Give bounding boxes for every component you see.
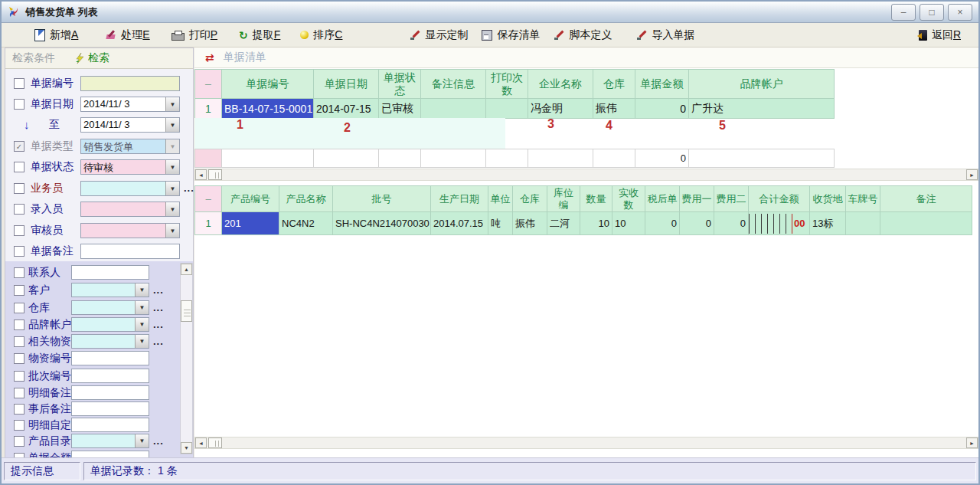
entry-clerk-select[interactable]: ▼: [80, 202, 180, 217]
detail-table-row[interactable]: 1 201 NC4N2 SH-NC4N214070030 2014.07.15 …: [195, 212, 972, 235]
col-header-doc-date[interactable]: 单据日期: [314, 70, 379, 99]
brand-account-select[interactable]: ▼: [71, 317, 149, 332]
doc-table-row[interactable]: 1 BB-14-07-15-0001 2014-07-15 已审核 冯金明 振伟…: [195, 99, 835, 119]
salesman-more-button[interactable]: ...: [184, 182, 194, 194]
product-catalog-more-button[interactable]: ...: [153, 435, 164, 447]
auditor-select[interactable]: ▼: [80, 223, 180, 238]
col-header-note[interactable]: 备注: [880, 186, 972, 212]
product-catalog-checkbox[interactable]: [14, 436, 24, 447]
cell-unit[interactable]: 吨: [488, 212, 513, 235]
doc-date-checkbox[interactable]: [14, 99, 24, 110]
col-header-product-name[interactable]: 产品名称: [279, 186, 333, 212]
doc-no-checkbox[interactable]: [14, 78, 24, 89]
scrollbar-thumb[interactable]: [181, 300, 192, 322]
detail-col-mark[interactable]: –: [195, 186, 222, 212]
col-header-print-count[interactable]: 打印次数: [486, 70, 528, 99]
date-to-select[interactable]: 2014/11/ 3 ▼: [80, 117, 180, 133]
contact-checkbox[interactable]: [14, 267, 24, 278]
brand-account-checkbox[interactable]: [14, 320, 24, 330]
col-header-warehouse[interactable]: 仓库: [593, 70, 635, 99]
sort-button[interactable]: 排序C: [296, 26, 346, 44]
cell-location[interactable]: 二河: [547, 212, 580, 235]
customer-checkbox[interactable]: [14, 285, 24, 296]
save-list-button[interactable]: 保存清单: [478, 26, 544, 44]
print-button[interactable]: 打印P: [168, 26, 221, 44]
detail-memo-input[interactable]: [71, 385, 149, 400]
col-header-prod-date[interactable]: 生产日期: [431, 186, 488, 212]
scroll-up-arrow[interactable]: ▲: [181, 264, 192, 275]
cell-memo[interactable]: [421, 99, 486, 119]
cell-fee1[interactable]: 0: [680, 212, 714, 235]
col-header-product-no[interactable]: 产品编号: [222, 186, 279, 212]
cell-received[interactable]: 10: [612, 212, 645, 235]
col-header-fee1[interactable]: 费用一: [680, 186, 714, 212]
doc-memo-checkbox[interactable]: [14, 246, 24, 257]
after-memo-input[interactable]: [71, 401, 149, 416]
chevron-down-icon[interactable]: ▼: [165, 118, 179, 132]
cell-warehouse[interactable]: 振伟: [513, 212, 547, 235]
doc-no-input[interactable]: [80, 76, 180, 91]
scrollbar-thumb[interactable]: [208, 437, 222, 448]
script-def-button[interactable]: 脚本定义: [550, 26, 616, 44]
scroll-right-arrow[interactable]: ►: [966, 437, 978, 448]
new-button[interactable]: 新增A: [31, 26, 82, 44]
cell-tax-price[interactable]: 0: [645, 212, 680, 235]
col-header-brand[interactable]: 品牌帐户: [689, 70, 835, 99]
cell-batch[interactable]: SH-NC4N214070030: [333, 212, 431, 235]
related-material-select[interactable]: ▼: [71, 334, 149, 349]
doc-status-select[interactable]: 待审核 ▼: [80, 159, 180, 175]
warehouse-more-button[interactable]: ...: [153, 302, 164, 313]
col-header-warehouse[interactable]: 仓库: [513, 186, 547, 212]
filters-vertical-scrollbar[interactable]: ▲ ▼: [180, 263, 193, 454]
col-header-memo[interactable]: 备注信息: [421, 70, 486, 99]
material-no-checkbox[interactable]: [14, 353, 24, 364]
warehouse-select[interactable]: ▼: [71, 300, 149, 315]
auditor-checkbox[interactable]: [14, 225, 24, 236]
col-header-qty[interactable]: 数量: [580, 186, 612, 212]
extract-button[interactable]: ↻ 提取F: [235, 26, 284, 44]
import-doc-button[interactable]: 导入单据: [632, 26, 698, 44]
col-header-total[interactable]: 合计金额: [749, 186, 810, 212]
detail-custom-checkbox[interactable]: [14, 420, 24, 431]
warehouse-checkbox[interactable]: [14, 303, 24, 313]
entry-clerk-checkbox[interactable]: [14, 204, 24, 215]
cell-company[interactable]: 冯金明: [528, 99, 593, 119]
chevron-down-icon[interactable]: ▼: [135, 301, 149, 314]
doc-status-checkbox[interactable]: [14, 162, 24, 172]
detail-memo-checkbox[interactable]: [14, 388, 24, 398]
cell-amount[interactable]: 0: [635, 99, 689, 119]
col-header-doc-status[interactable]: 单据状态: [379, 70, 421, 99]
customer-more-button[interactable]: ...: [153, 284, 164, 296]
cell-doc-no[interactable]: BB-14-07-15-0001: [222, 99, 314, 119]
cell-qty[interactable]: 10: [580, 212, 612, 235]
cell-delivery[interactable]: 13标: [810, 212, 846, 235]
after-memo-checkbox[interactable]: [14, 404, 24, 415]
minimize-button[interactable]: –: [891, 4, 916, 21]
salesman-checkbox[interactable]: [14, 183, 24, 194]
col-header-amount[interactable]: 单据金额: [635, 70, 689, 99]
col-header-plate[interactable]: 车牌号: [846, 186, 880, 212]
cell-note[interactable]: [880, 212, 972, 235]
cell-warehouse[interactable]: 振伟: [593, 99, 635, 119]
cell-row-index[interactable]: 1: [195, 99, 222, 119]
scroll-down-arrow[interactable]: ▼: [181, 442, 192, 454]
cell-doc-status[interactable]: 已审核: [379, 99, 421, 119]
col-header-unit[interactable]: 单位: [488, 186, 513, 212]
detail-table-hscrollbar[interactable]: ◄ ►: [194, 437, 978, 449]
batch-no-checkbox[interactable]: [14, 371, 24, 382]
col-header-fee2[interactable]: 费用二: [714, 186, 749, 212]
chevron-down-icon[interactable]: ▼: [165, 160, 179, 174]
product-catalog-select[interactable]: ▼: [71, 434, 149, 448]
col-header-doc-no[interactable]: 单据编号: [222, 70, 314, 99]
cell-brand[interactable]: 广升达: [689, 99, 835, 119]
scroll-left-arrow[interactable]: ◄: [195, 437, 207, 448]
batch-no-input[interactable]: [71, 369, 149, 383]
cell-product-name[interactable]: NC4N2: [279, 212, 333, 235]
material-no-input[interactable]: [71, 351, 149, 365]
doc-date-select[interactable]: 2014/11/ 3 ▼: [80, 97, 180, 112]
doc-memo-input[interactable]: [80, 244, 180, 259]
col-header-tax-price[interactable]: 税后单: [645, 186, 680, 212]
search-button[interactable]: 检索: [75, 51, 109, 65]
col-header-location[interactable]: 库位编: [547, 186, 580, 212]
doc-table-hscrollbar[interactable]: ◄ ►: [194, 169, 978, 181]
